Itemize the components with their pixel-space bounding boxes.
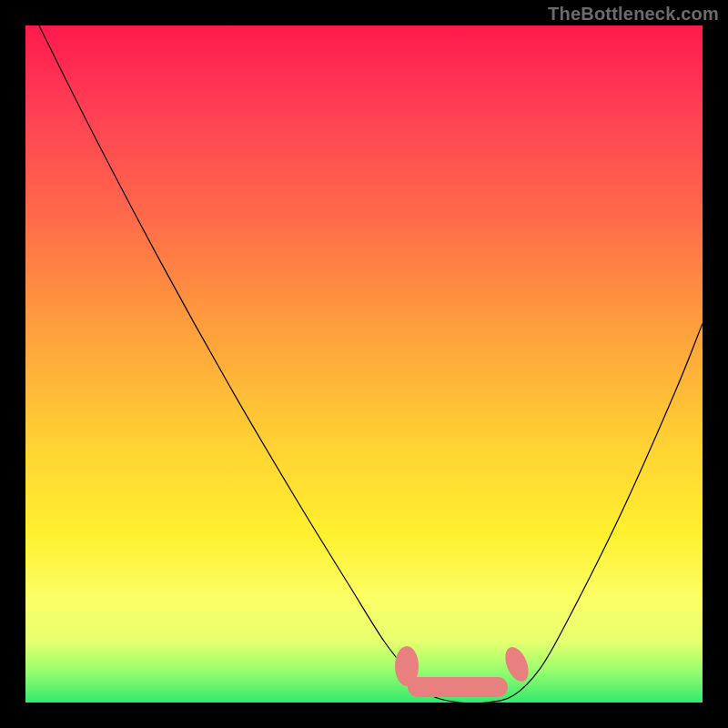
- plot-area: [25, 25, 703, 703]
- highlight-blob-right: [500, 643, 532, 684]
- chart-frame: TheBottleneck.com: [0, 0, 728, 728]
- optimal-range-marker: [395, 643, 533, 697]
- watermark-text: TheBottleneck.com: [548, 4, 719, 25]
- plot-svg: [25, 25, 703, 703]
- bottleneck-curve: [39, 25, 703, 703]
- highlight-blob-mid: [408, 677, 508, 697]
